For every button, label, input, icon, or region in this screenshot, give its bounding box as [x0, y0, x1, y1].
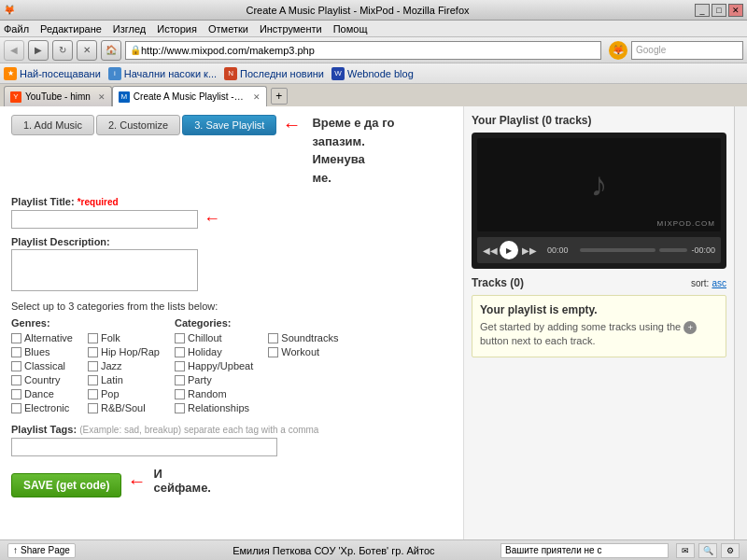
wizard-tab-customize[interactable]: 2. Customize	[96, 115, 180, 135]
cat-soundtracks-checkbox[interactable]	[268, 333, 278, 343]
genre-country-checkbox[interactable]	[11, 375, 21, 385]
reload-button[interactable]: ↻	[52, 40, 73, 61]
next-button[interactable]: ▶▶	[522, 245, 535, 256]
title-arrow-icon: ←	[204, 209, 220, 229]
status-icon-2[interactable]: 🔍	[698, 543, 717, 558]
player-controls: ◀◀ ▶ ▶▶ 00:00 -00:00	[477, 237, 721, 263]
status-icon-3[interactable]: ⚙	[721, 543, 740, 558]
cat-party: Party	[175, 374, 253, 385]
genre-latin-checkbox[interactable]	[88, 375, 98, 385]
bookmark-4[interactable]: W Webnode blog	[331, 67, 414, 80]
menu-tools[interactable]: Инструменти	[260, 23, 322, 35]
genres-col-1: Genres: Alternative Blues Classical	[11, 317, 73, 416]
genre-folk-checkbox[interactable]	[88, 333, 98, 343]
save-button[interactable]: SAVE (get code)	[11, 473, 121, 497]
cat-chillout-checkbox[interactable]	[175, 333, 185, 343]
genre-folk: Folk	[88, 332, 160, 343]
menu-bookmarks[interactable]: Отметки	[208, 23, 248, 35]
playlist-title-input[interactable]	[11, 210, 198, 229]
menu-history[interactable]: История	[157, 23, 197, 35]
genre-hiphop: Hip Hop/Rap	[88, 346, 160, 357]
window-controls[interactable]: _ □ ✕	[695, 4, 743, 17]
genre-blues-checkbox[interactable]	[11, 347, 21, 357]
bookmark-1[interactable]: ★ Най-посещавани	[4, 67, 101, 80]
address-bar[interactable]: 🔒	[125, 41, 601, 60]
home-button[interactable]: 🏠	[101, 40, 121, 61]
menu-help[interactable]: Помощ	[333, 23, 368, 35]
bookmark-2[interactable]: i Начални насоки к...	[108, 67, 217, 80]
search-input[interactable]	[668, 45, 739, 56]
friends-input[interactable]: Вашите приятели не с	[500, 543, 669, 558]
categories-label: Categories:	[175, 317, 253, 329]
cat-party-checkbox[interactable]	[175, 375, 185, 385]
save-callout-text: Исейфаме.	[153, 467, 211, 495]
categories-col-2: x Soundtracks Workout	[268, 317, 338, 416]
menu-edit[interactable]: Редактиране	[40, 23, 102, 35]
cat-random-checkbox[interactable]	[175, 389, 185, 399]
genre-rnb-checkbox[interactable]	[88, 403, 98, 413]
status-icon-1[interactable]: ✉	[676, 543, 695, 558]
genre-blues: Blues	[11, 346, 73, 357]
status-center: Емилия Петкова СОУ 'Хр. Ботев' гр. Айтос	[175, 545, 493, 556]
sort-section: sort: asc	[691, 277, 726, 288]
sort-link[interactable]: asc	[712, 278, 726, 288]
menu-file[interactable]: Файл	[4, 23, 29, 35]
page-content: 1. Add Music 2. Customize 3. Save Playli…	[0, 106, 463, 539]
play-button[interactable]: ▶	[500, 241, 518, 259]
new-tab-button[interactable]: +	[271, 88, 288, 105]
share-page-button[interactable]: ↑ Share Page	[7, 543, 76, 558]
genre-pop-checkbox[interactable]	[88, 389, 98, 399]
playlist-title-label: Playlist Title: *required	[11, 196, 418, 207]
wizard-tab-add[interactable]: 1. Add Music	[11, 115, 94, 135]
tab-close-youtube[interactable]: ✕	[98, 92, 106, 102]
bookmark-icon-2: i	[108, 67, 121, 80]
progress-bar[interactable]	[580, 248, 655, 252]
search-box[interactable]: Google	[631, 41, 743, 60]
genre-dance: Dance	[11, 388, 73, 399]
prev-button[interactable]: ◀◀	[483, 245, 496, 256]
genre-pop: Pop	[88, 388, 160, 399]
stop-button[interactable]: ✕	[77, 40, 97, 61]
genre-rnb: R&B/Soul	[88, 402, 160, 413]
bookmark-3[interactable]: N Последни новини	[224, 67, 324, 80]
genre-dance-checkbox[interactable]	[11, 389, 21, 399]
address-input[interactable]	[141, 45, 597, 56]
genre-jazz-checkbox[interactable]	[88, 361, 98, 371]
bookmark-icon-1: ★	[4, 67, 17, 80]
tab-close-mixpod[interactable]: ✕	[253, 92, 261, 102]
cat-workout-checkbox[interactable]	[268, 347, 278, 357]
cat-random-label: Random	[188, 388, 227, 399]
genre-classical-checkbox[interactable]	[11, 361, 21, 371]
tags-input[interactable]	[11, 438, 277, 456]
callout-text-1: Време е да гозапазим.Именуваме.	[312, 114, 394, 187]
close-button[interactable]: ✕	[728, 4, 743, 17]
minimize-button[interactable]: _	[695, 4, 710, 17]
genre-alternative-checkbox[interactable]	[11, 333, 21, 343]
menu-view[interactable]: Изглед	[113, 23, 146, 35]
wizard-tab-save[interactable]: 3. Save Playlist	[182, 115, 276, 135]
cat-happy-checkbox[interactable]	[175, 361, 185, 371]
back-button[interactable]: ◀	[4, 40, 24, 61]
genre-electronic-checkbox[interactable]	[11, 403, 21, 413]
time-end: -00:00	[691, 245, 715, 255]
forward-button[interactable]: ▶	[28, 40, 49, 61]
empty-playlist-desc: Get started by adding some tracks using …	[480, 320, 718, 349]
player-display: ♪ MIXPOD.COM	[477, 138, 721, 231]
status-left: ↑ Share Page	[7, 543, 167, 558]
cat-soundtracks-label: Soundtracks	[281, 332, 338, 343]
genre-classical: Classical	[11, 360, 73, 371]
scrollbar[interactable]	[734, 106, 747, 539]
tab-youtube[interactable]: Y YouTube - himn ✕	[4, 86, 112, 106]
genre-rnb-label: R&B/Soul	[101, 402, 146, 413]
genre-alternative-label: Alternative	[24, 332, 73, 343]
cat-holiday-checkbox[interactable]	[175, 347, 185, 357]
playlist-desc-input[interactable]	[11, 249, 198, 291]
status-right: Вашите приятели не с ✉ 🔍 ⚙	[500, 543, 740, 558]
cat-relationships-checkbox[interactable]	[175, 403, 185, 413]
genre-hiphop-checkbox[interactable]	[88, 347, 98, 357]
maximize-button[interactable]: □	[712, 4, 726, 17]
lock-icon: 🔒	[130, 45, 141, 55]
bookmark-icon-4: W	[331, 67, 345, 80]
tab-mixpod[interactable]: M Create A Music Playlist - MixPod ✕	[112, 86, 267, 106]
volume-bar[interactable]	[659, 248, 687, 252]
